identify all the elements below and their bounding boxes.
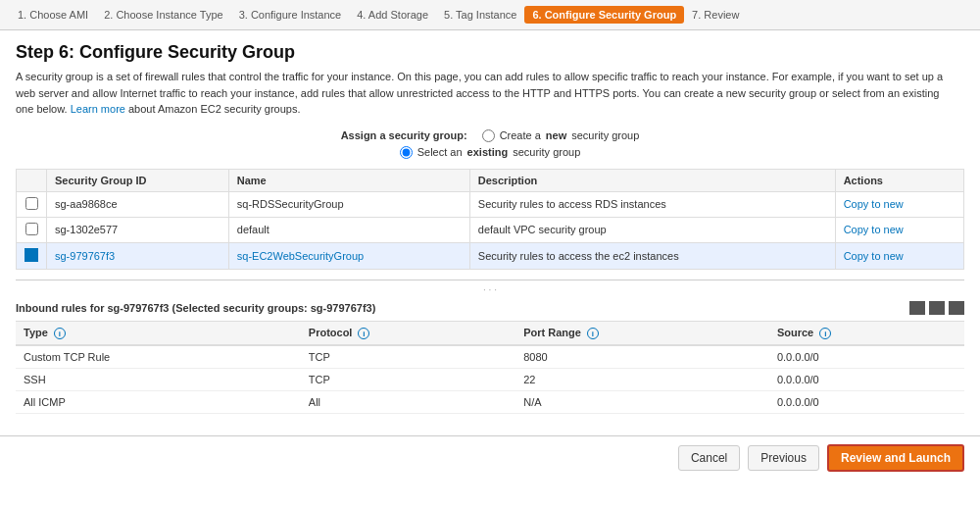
previous-button[interactable]: Previous	[748, 445, 819, 471]
radio-select-row: Select an existing security group	[400, 146, 581, 159]
assign-security-group: Assign a security group: Create a new se…	[16, 129, 964, 159]
inbound-table-header: Type i Protocol i Port Range i Source i	[16, 321, 964, 345]
inbound-source-1: 0.0.0.0/0	[769, 368, 964, 390]
sg-id-1: sg-1302e577	[47, 217, 229, 242]
radio-select-bold: existing	[467, 146, 509, 158]
sg-col-name: Name	[228, 169, 469, 191]
radio-select[interactable]	[400, 146, 413, 159]
sg-row-check-1[interactable]	[17, 217, 47, 242]
inbound-port_range-0: 8080	[515, 345, 769, 369]
sg-desc-1: default VPC security group	[469, 217, 835, 242]
sg-checkbox-1[interactable]	[25, 223, 38, 235]
sg-checkbox-0[interactable]	[25, 197, 38, 210]
inbound-protocol-1: TCP	[301, 368, 515, 390]
sg-col-id: Security Group ID	[47, 169, 229, 191]
inbound-icon-2[interactable]	[929, 301, 945, 315]
inbound-header-row: Type i Protocol i Port Range i Source i	[16, 321, 964, 345]
sg-name-2: sq-EC2WebSecurityGroup	[228, 242, 469, 269]
inbound-rules-table: Type i Protocol i Port Range i Source i …	[16, 321, 964, 414]
radio-create-suffix: security group	[571, 129, 639, 141]
inbound-icon-group	[909, 301, 964, 315]
review-launch-button[interactable]: Review and Launch	[827, 444, 964, 472]
sg-name-1: default	[228, 217, 469, 242]
inbound-type-1: SSH	[16, 368, 301, 390]
table-row[interactable]: sg-1302e577defaultdefault VPC security g…	[17, 217, 964, 242]
nav-step1[interactable]: 1. Choose AMI	[10, 6, 96, 24]
learn-more-link[interactable]: Learn more	[71, 103, 125, 115]
source-info-icon[interactable]: i	[819, 328, 831, 339]
sg-id-2: sg-979767f3	[47, 242, 229, 269]
sg-table-body: sg-aa9868cesq-RDSSecurityGroupSecurity r…	[17, 191, 964, 269]
table-row[interactable]: sg-aa9868cesq-RDSSecurityGroupSecurity r…	[17, 191, 964, 217]
nav-step2[interactable]: 2. Choose Instance Type	[96, 6, 231, 24]
sg-table-header-row: Security Group ID Name Description Actio…	[17, 169, 964, 191]
inbound-rules-header: Inbound rules for sg-979767f3 (Selected …	[16, 301, 964, 315]
sg-action-0[interactable]: Copy to new	[835, 191, 963, 217]
sg-table-header: Security Group ID Name Description Actio…	[17, 169, 964, 191]
inbound-table-body: Custom TCP RuleTCP80800.0.0.0/0SSHTCP220…	[16, 345, 964, 414]
list-item: All ICMPAllN/A0.0.0.0/0	[16, 390, 964, 413]
learn-more-suffix: about Amazon EC2 security groups.	[128, 103, 300, 115]
nav-step4[interactable]: 4. Add Storage	[349, 6, 436, 24]
inbound-header-text: Inbound rules for sg-979767f3 (Selected …	[16, 302, 375, 314]
inbound-protocol-2: All	[301, 390, 515, 413]
sg-row-check-2[interactable]	[17, 242, 47, 269]
inbound-col-protocol: Protocol i	[301, 321, 515, 345]
type-info-icon[interactable]: i	[54, 328, 66, 339]
inbound-protocol-0: TCP	[301, 345, 515, 369]
divider-dots: · · ·	[483, 284, 497, 295]
footer: Cancel Previous Review and Launch	[0, 435, 980, 480]
radio-select-suffix: security group	[513, 146, 580, 158]
main-content: Step 6: Configure Security Group A secur…	[0, 30, 980, 426]
nav-step5[interactable]: 5. Tag Instance	[436, 6, 524, 24]
radio-create-prefix: Create a	[500, 129, 541, 141]
list-item: Custom TCP RuleTCP80800.0.0.0/0	[16, 345, 964, 369]
radio-select-prefix: Select an	[417, 146, 463, 158]
assign-label: Assign a security group:	[341, 129, 467, 141]
sg-col-actions: Actions	[835, 169, 963, 191]
security-group-table: Security Group ID Name Description Actio…	[16, 169, 964, 270]
nav-step6[interactable]: 6. Configure Security Group	[524, 6, 684, 24]
sg-col-check	[17, 169, 47, 191]
inbound-port_range-2: N/A	[515, 390, 769, 413]
inbound-type-2: All ICMP	[16, 390, 301, 413]
inbound-col-port: Port Range i	[515, 321, 769, 345]
sg-col-description: Description	[469, 169, 835, 191]
page-title: Step 6: Configure Security Group	[16, 42, 964, 63]
page-description: A security group is a set of firewall ru…	[16, 69, 947, 118]
divider: · · ·	[16, 280, 964, 295]
nav-step3[interactable]: 3. Configure Instance	[231, 6, 350, 24]
port-info-icon[interactable]: i	[587, 328, 599, 339]
selected-indicator	[24, 248, 38, 262]
inbound-icon-3[interactable]	[949, 301, 964, 315]
inbound-col-type: Type i	[16, 321, 301, 345]
sg-desc-2: Security rules to access the ec2 instanc…	[469, 242, 835, 269]
inbound-port_range-1: 22	[515, 368, 769, 390]
protocol-info-icon[interactable]: i	[358, 328, 369, 339]
sg-action-2[interactable]: Copy to new	[835, 242, 963, 269]
inbound-col-source: Source i	[769, 321, 964, 345]
sg-id-0: sg-aa9868ce	[47, 191, 229, 217]
radio-create-bold: new	[546, 129, 566, 141]
inbound-source-0: 0.0.0.0/0	[769, 345, 964, 369]
cancel-button[interactable]: Cancel	[678, 445, 740, 471]
table-row[interactable]: sg-979767f3sq-EC2WebSecurityGroupSecurit…	[17, 242, 964, 269]
list-item: SSHTCP220.0.0.0/0	[16, 368, 964, 390]
inbound-source-2: 0.0.0.0/0	[769, 390, 964, 413]
sg-name-0: sq-RDSSecurityGroup	[228, 191, 469, 217]
assign-label-row: Assign a security group: Create a new se…	[341, 129, 640, 142]
wizard-nav: 1. Choose AMI2. Choose Instance Type3. C…	[0, 0, 980, 30]
sg-action-1[interactable]: Copy to new	[835, 217, 963, 242]
nav-step7[interactable]: 7. Review	[684, 6, 747, 24]
inbound-type-0: Custom TCP Rule	[16, 345, 301, 369]
sg-desc-0: Security rules to access RDS instances	[469, 191, 835, 217]
radio-create[interactable]	[482, 129, 495, 142]
inbound-icon-1[interactable]	[909, 301, 925, 315]
sg-row-check-0[interactable]	[17, 191, 47, 217]
